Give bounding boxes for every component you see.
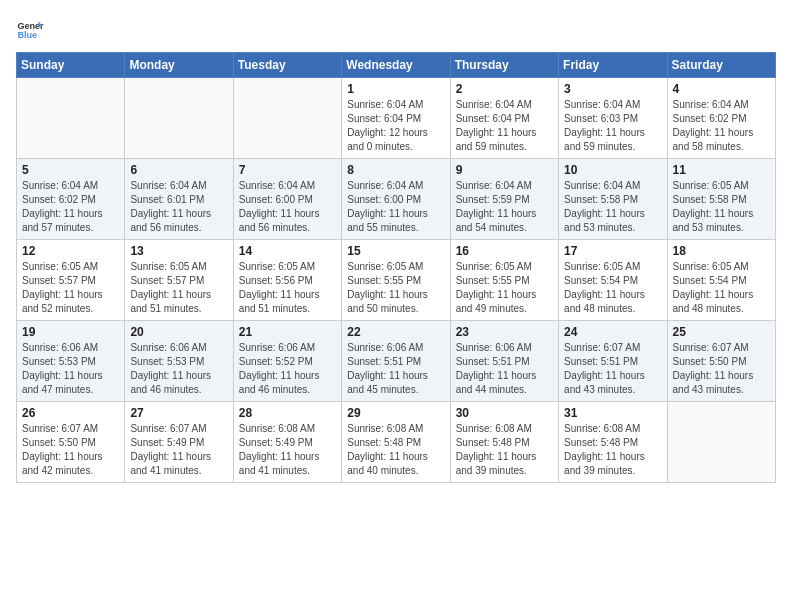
day-number: 13 <box>130 244 227 258</box>
day-info: Sunrise: 6:08 AMSunset: 5:48 PMDaylight:… <box>347 422 444 478</box>
weekday-header: Friday <box>559 53 667 78</box>
day-number: 20 <box>130 325 227 339</box>
day-number: 10 <box>564 163 661 177</box>
calendar-cell: 27Sunrise: 6:07 AMSunset: 5:49 PMDayligh… <box>125 402 233 483</box>
day-info: Sunrise: 6:05 AMSunset: 5:58 PMDaylight:… <box>673 179 770 235</box>
day-number: 18 <box>673 244 770 258</box>
day-info: Sunrise: 6:06 AMSunset: 5:52 PMDaylight:… <box>239 341 336 397</box>
day-info: Sunrise: 6:08 AMSunset: 5:49 PMDaylight:… <box>239 422 336 478</box>
day-info: Sunrise: 6:05 AMSunset: 5:57 PMDaylight:… <box>130 260 227 316</box>
day-number: 17 <box>564 244 661 258</box>
day-info: Sunrise: 6:04 AMSunset: 6:04 PMDaylight:… <box>347 98 444 154</box>
calendar-week: 12Sunrise: 6:05 AMSunset: 5:57 PMDayligh… <box>17 240 776 321</box>
day-number: 23 <box>456 325 553 339</box>
day-number: 22 <box>347 325 444 339</box>
calendar-cell: 17Sunrise: 6:05 AMSunset: 5:54 PMDayligh… <box>559 240 667 321</box>
weekday-header: Tuesday <box>233 53 341 78</box>
calendar-cell: 29Sunrise: 6:08 AMSunset: 5:48 PMDayligh… <box>342 402 450 483</box>
calendar-cell <box>125 78 233 159</box>
calendar-header: SundayMondayTuesdayWednesdayThursdayFrid… <box>17 53 776 78</box>
day-number: 26 <box>22 406 119 420</box>
day-number: 16 <box>456 244 553 258</box>
day-number: 6 <box>130 163 227 177</box>
day-info: Sunrise: 6:08 AMSunset: 5:48 PMDaylight:… <box>456 422 553 478</box>
calendar-cell: 22Sunrise: 6:06 AMSunset: 5:51 PMDayligh… <box>342 321 450 402</box>
calendar-cell: 20Sunrise: 6:06 AMSunset: 5:53 PMDayligh… <box>125 321 233 402</box>
day-info: Sunrise: 6:04 AMSunset: 5:58 PMDaylight:… <box>564 179 661 235</box>
calendar-cell <box>667 402 775 483</box>
day-number: 31 <box>564 406 661 420</box>
day-info: Sunrise: 6:07 AMSunset: 5:50 PMDaylight:… <box>673 341 770 397</box>
day-info: Sunrise: 6:06 AMSunset: 5:51 PMDaylight:… <box>456 341 553 397</box>
day-info: Sunrise: 6:05 AMSunset: 5:54 PMDaylight:… <box>564 260 661 316</box>
calendar-cell: 14Sunrise: 6:05 AMSunset: 5:56 PMDayligh… <box>233 240 341 321</box>
day-info: Sunrise: 6:07 AMSunset: 5:49 PMDaylight:… <box>130 422 227 478</box>
day-number: 3 <box>564 82 661 96</box>
calendar-cell: 19Sunrise: 6:06 AMSunset: 5:53 PMDayligh… <box>17 321 125 402</box>
weekday-header: Saturday <box>667 53 775 78</box>
day-info: Sunrise: 6:04 AMSunset: 6:02 PMDaylight:… <box>673 98 770 154</box>
calendar-cell: 13Sunrise: 6:05 AMSunset: 5:57 PMDayligh… <box>125 240 233 321</box>
day-number: 15 <box>347 244 444 258</box>
day-number: 1 <box>347 82 444 96</box>
day-info: Sunrise: 6:04 AMSunset: 6:03 PMDaylight:… <box>564 98 661 154</box>
logo: General Blue <box>16 16 44 44</box>
day-info: Sunrise: 6:04 AMSunset: 6:02 PMDaylight:… <box>22 179 119 235</box>
day-number: 11 <box>673 163 770 177</box>
day-info: Sunrise: 6:04 AMSunset: 6:04 PMDaylight:… <box>456 98 553 154</box>
weekday-header: Sunday <box>17 53 125 78</box>
calendar-cell: 31Sunrise: 6:08 AMSunset: 5:48 PMDayligh… <box>559 402 667 483</box>
calendar-cell: 23Sunrise: 6:06 AMSunset: 5:51 PMDayligh… <box>450 321 558 402</box>
calendar-cell: 12Sunrise: 6:05 AMSunset: 5:57 PMDayligh… <box>17 240 125 321</box>
page-header: General Blue <box>16 16 776 44</box>
calendar-cell: 21Sunrise: 6:06 AMSunset: 5:52 PMDayligh… <box>233 321 341 402</box>
calendar-cell: 15Sunrise: 6:05 AMSunset: 5:55 PMDayligh… <box>342 240 450 321</box>
calendar-cell: 1Sunrise: 6:04 AMSunset: 6:04 PMDaylight… <box>342 78 450 159</box>
calendar-cell: 26Sunrise: 6:07 AMSunset: 5:50 PMDayligh… <box>17 402 125 483</box>
day-number: 25 <box>673 325 770 339</box>
day-info: Sunrise: 6:04 AMSunset: 5:59 PMDaylight:… <box>456 179 553 235</box>
calendar-cell: 7Sunrise: 6:04 AMSunset: 6:00 PMDaylight… <box>233 159 341 240</box>
day-info: Sunrise: 6:05 AMSunset: 5:57 PMDaylight:… <box>22 260 119 316</box>
day-info: Sunrise: 6:07 AMSunset: 5:50 PMDaylight:… <box>22 422 119 478</box>
day-info: Sunrise: 6:05 AMSunset: 5:55 PMDaylight:… <box>347 260 444 316</box>
calendar-cell: 25Sunrise: 6:07 AMSunset: 5:50 PMDayligh… <box>667 321 775 402</box>
day-number: 2 <box>456 82 553 96</box>
calendar-cell: 11Sunrise: 6:05 AMSunset: 5:58 PMDayligh… <box>667 159 775 240</box>
day-number: 9 <box>456 163 553 177</box>
day-info: Sunrise: 6:05 AMSunset: 5:56 PMDaylight:… <box>239 260 336 316</box>
day-number: 24 <box>564 325 661 339</box>
day-number: 8 <box>347 163 444 177</box>
day-info: Sunrise: 6:04 AMSunset: 6:00 PMDaylight:… <box>239 179 336 235</box>
day-number: 19 <box>22 325 119 339</box>
day-number: 21 <box>239 325 336 339</box>
calendar-week: 26Sunrise: 6:07 AMSunset: 5:50 PMDayligh… <box>17 402 776 483</box>
calendar-week: 1Sunrise: 6:04 AMSunset: 6:04 PMDaylight… <box>17 78 776 159</box>
weekday-header: Thursday <box>450 53 558 78</box>
calendar-cell: 3Sunrise: 6:04 AMSunset: 6:03 PMDaylight… <box>559 78 667 159</box>
calendar-cell: 10Sunrise: 6:04 AMSunset: 5:58 PMDayligh… <box>559 159 667 240</box>
calendar-cell: 16Sunrise: 6:05 AMSunset: 5:55 PMDayligh… <box>450 240 558 321</box>
calendar-cell: 4Sunrise: 6:04 AMSunset: 6:02 PMDaylight… <box>667 78 775 159</box>
svg-text:Blue: Blue <box>17 30 37 40</box>
calendar-week: 19Sunrise: 6:06 AMSunset: 5:53 PMDayligh… <box>17 321 776 402</box>
calendar-cell: 30Sunrise: 6:08 AMSunset: 5:48 PMDayligh… <box>450 402 558 483</box>
calendar: SundayMondayTuesdayWednesdayThursdayFrid… <box>16 52 776 483</box>
day-number: 4 <box>673 82 770 96</box>
calendar-cell: 24Sunrise: 6:07 AMSunset: 5:51 PMDayligh… <box>559 321 667 402</box>
day-info: Sunrise: 6:05 AMSunset: 5:55 PMDaylight:… <box>456 260 553 316</box>
day-number: 12 <box>22 244 119 258</box>
calendar-cell: 18Sunrise: 6:05 AMSunset: 5:54 PMDayligh… <box>667 240 775 321</box>
day-info: Sunrise: 6:07 AMSunset: 5:51 PMDaylight:… <box>564 341 661 397</box>
calendar-cell: 6Sunrise: 6:04 AMSunset: 6:01 PMDaylight… <box>125 159 233 240</box>
day-info: Sunrise: 6:04 AMSunset: 6:01 PMDaylight:… <box>130 179 227 235</box>
day-info: Sunrise: 6:08 AMSunset: 5:48 PMDaylight:… <box>564 422 661 478</box>
day-number: 28 <box>239 406 336 420</box>
weekday-header: Wednesday <box>342 53 450 78</box>
calendar-cell <box>233 78 341 159</box>
calendar-cell: 2Sunrise: 6:04 AMSunset: 6:04 PMDaylight… <box>450 78 558 159</box>
calendar-cell: 9Sunrise: 6:04 AMSunset: 5:59 PMDaylight… <box>450 159 558 240</box>
day-number: 30 <box>456 406 553 420</box>
calendar-cell: 5Sunrise: 6:04 AMSunset: 6:02 PMDaylight… <box>17 159 125 240</box>
logo-icon: General Blue <box>16 16 44 44</box>
